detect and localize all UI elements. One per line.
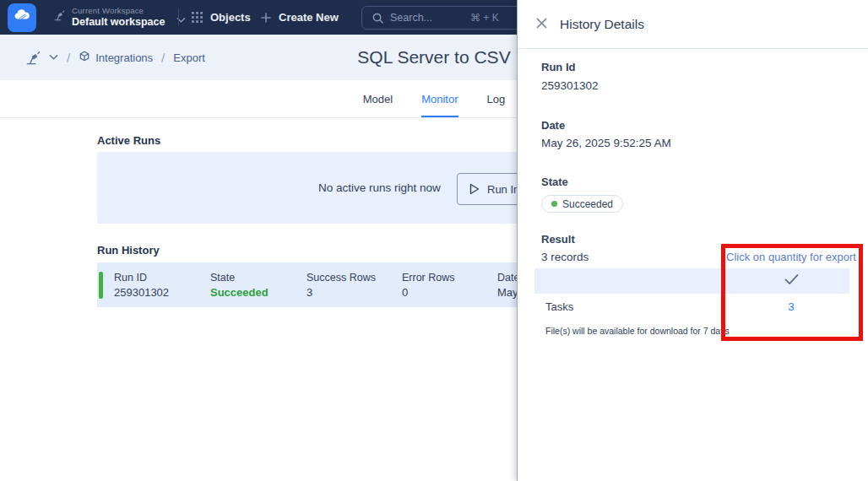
search-placeholder: Search...	[390, 12, 432, 24]
run-id-label: Run Id	[541, 61, 575, 73]
active-runs-heading: Active Runs	[97, 134, 160, 147]
history-details-panel: History Details Run Id 259301302 Date Ma…	[517, 0, 868, 481]
workspace-switcher[interactable]: Current Workspace Default workspace	[53, 3, 186, 31]
column-header-run-id: Run ID	[114, 272, 169, 284]
close-icon[interactable]	[536, 18, 547, 29]
date-value: May 26, 2025 9:52:25 AM	[541, 137, 671, 149]
run-history-heading: Run History	[97, 244, 160, 257]
result-table-header-row	[534, 268, 849, 294]
tab-log[interactable]: Log	[487, 80, 506, 117]
objects-label: Objects	[210, 11, 251, 24]
workspace-eyebrow: Current Workspace	[72, 7, 165, 16]
breadcrumb-export[interactable]: Export	[173, 51, 205, 64]
panel-title: History Details	[560, 17, 644, 32]
state-value: Succeeded	[210, 286, 269, 299]
success-rows-value: 3	[307, 286, 376, 299]
breadcrumb: / Integrations / Export	[25, 35, 205, 80]
tab-monitor[interactable]: Monitor	[421, 80, 458, 117]
breadcrumb-export-label: Export	[173, 51, 205, 64]
search-icon	[372, 13, 383, 24]
result-label: Result	[541, 233, 575, 246]
state-label: State	[541, 176, 568, 188]
package-icon	[79, 51, 90, 65]
plus-icon	[261, 13, 271, 23]
state-cell: State Succeeded	[210, 272, 269, 299]
export-hint: Click on quantity for export	[707, 251, 868, 263]
success-rows-cell: Success Rows 3	[307, 272, 376, 299]
run-id-value: 259301302	[541, 79, 599, 92]
no-active-runs-text: No active runs right now	[318, 181, 441, 194]
app-window: Current Workspace Default workspace Obje…	[0, 0, 868, 481]
play-icon	[469, 183, 480, 195]
run-id-value: 259301302	[114, 286, 169, 299]
run-id-cell: Run ID 259301302	[114, 272, 169, 299]
status-badge-label: Succeeded	[562, 198, 613, 210]
search-shortcut: ⌘ + K	[470, 12, 499, 24]
workspace-lamp-icon[interactable]	[25, 50, 41, 66]
column-header-error-rows: Error Rows	[402, 272, 455, 284]
grid-icon	[192, 12, 203, 23]
objects-button[interactable]: Objects	[192, 0, 251, 35]
status-badge: Succeeded	[541, 195, 623, 213]
error-rows-cell: Error Rows 0	[402, 272, 455, 299]
tasks-label: Tasks	[545, 300, 573, 313]
cloud-icon	[14, 8, 30, 28]
records-count: 3 records	[541, 251, 589, 263]
create-new-label: Create New	[279, 11, 339, 24]
breadcrumb-integrations[interactable]: Integrations	[79, 51, 153, 65]
create-new-button[interactable]: Create New	[261, 0, 339, 35]
workspace-labels: Current Workspace Default workspace	[72, 7, 165, 28]
panel-header: History Details	[518, 0, 868, 49]
breadcrumb-separator: /	[161, 51, 165, 65]
column-header-state: State	[210, 272, 269, 284]
breadcrumb-integrations-label: Integrations	[95, 51, 153, 64]
date-label: Date	[541, 119, 565, 132]
workspace-lamp-icon	[53, 9, 66, 25]
error-rows-value: 0	[402, 286, 455, 299]
tasks-count-link[interactable]: 3	[707, 300, 868, 313]
chevron-down-icon[interactable]	[49, 54, 58, 61]
workspace-name: Default workspace	[72, 16, 165, 28]
column-header-success-rows: Success Rows	[307, 272, 376, 284]
download-note: File(s) will be available for download f…	[545, 326, 730, 336]
success-indicator-bar	[99, 272, 103, 299]
success-dot-icon	[551, 201, 557, 207]
checkmark-icon	[784, 273, 799, 285]
app-logo[interactable]	[8, 3, 36, 32]
breadcrumb-separator: /	[67, 51, 70, 65]
tab-model[interactable]: Model	[363, 80, 393, 117]
navbar-divider	[178, 8, 179, 26]
